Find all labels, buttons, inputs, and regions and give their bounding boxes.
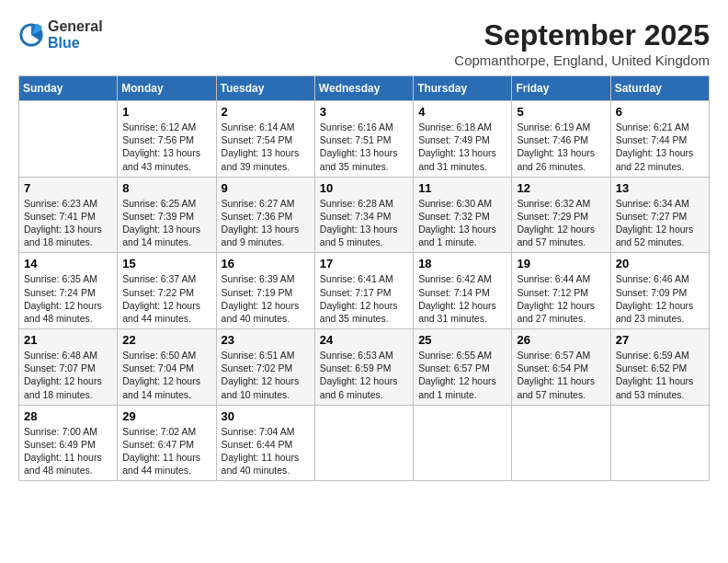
- month-title: September 2025: [454, 18, 710, 52]
- calendar-cell: 25Sunrise: 6:55 AMSunset: 6:57 PMDayligh…: [414, 329, 512, 406]
- day-number: 11: [418, 181, 506, 195]
- calendar-table: SundayMondayTuesdayWednesdayThursdayFrid…: [18, 75, 710, 481]
- calendar-cell: [414, 405, 512, 481]
- day-number: 10: [320, 181, 408, 195]
- calendar-cell: [19, 101, 118, 178]
- day-number: 19: [517, 257, 605, 270]
- day-number: 26: [517, 333, 605, 347]
- calendar-cell: 18Sunrise: 6:42 AMSunset: 7:14 PMDayligh…: [414, 253, 512, 329]
- header-row: SundayMondayTuesdayWednesdayThursdayFrid…: [19, 76, 710, 101]
- col-header-friday: Friday: [512, 76, 610, 101]
- cell-content: Sunrise: 6:46 AMSunset: 7:09 PMDaylight:…: [616, 272, 704, 325]
- col-header-wednesday: Wednesday: [314, 76, 413, 101]
- day-number: 6: [616, 105, 704, 119]
- day-number: 3: [320, 105, 408, 119]
- day-number: 18: [418, 257, 506, 270]
- day-number: 30: [222, 409, 310, 423]
- day-number: 29: [122, 409, 210, 423]
- day-number: 7: [24, 181, 112, 195]
- cell-content: Sunrise: 6:55 AMSunset: 6:57 PMDaylight:…: [418, 349, 506, 401]
- calendar-cell: 21Sunrise: 6:48 AMSunset: 7:07 PMDayligh…: [19, 329, 118, 406]
- week-row-5: 28Sunrise: 7:00 AMSunset: 6:49 PMDayligh…: [19, 405, 710, 481]
- cell-content: Sunrise: 6:51 AMSunset: 7:02 PMDaylight:…: [222, 349, 310, 401]
- col-header-saturday: Saturday: [610, 76, 709, 101]
- day-number: 14: [24, 257, 112, 270]
- calendar-cell: 23Sunrise: 6:51 AMSunset: 7:02 PMDayligh…: [216, 329, 314, 406]
- day-number: 15: [122, 257, 210, 270]
- day-number: 28: [24, 409, 112, 423]
- calendar-cell: 20Sunrise: 6:46 AMSunset: 7:09 PMDayligh…: [610, 253, 709, 329]
- week-row-1: 1Sunrise: 6:12 AMSunset: 7:56 PMDaylight…: [19, 101, 710, 178]
- cell-content: Sunrise: 6:44 AMSunset: 7:12 PMDaylight:…: [517, 272, 605, 325]
- calendar-cell: 27Sunrise: 6:59 AMSunset: 6:52 PMDayligh…: [610, 329, 709, 406]
- day-number: 16: [222, 257, 310, 270]
- calendar-cell: 5Sunrise: 6:19 AMSunset: 7:46 PMDaylight…: [512, 101, 610, 178]
- logo-blue: Blue: [48, 35, 103, 52]
- day-number: 13: [616, 181, 704, 195]
- title-area: September 2025 Copmanthorpe, England, Un…: [454, 18, 710, 68]
- calendar-cell: [512, 405, 610, 481]
- day-number: 2: [222, 105, 310, 119]
- logo-text: General Blue: [48, 18, 103, 52]
- logo-icon: [18, 22, 44, 48]
- location: Copmanthorpe, England, United Kingdom: [454, 52, 710, 68]
- logo: General Blue: [18, 18, 103, 52]
- day-number: 21: [24, 333, 112, 347]
- calendar-cell: 6Sunrise: 6:21 AMSunset: 7:44 PMDaylight…: [610, 101, 709, 178]
- calendar-cell: [610, 405, 709, 481]
- calendar-cell: 13Sunrise: 6:34 AMSunset: 7:27 PMDayligh…: [610, 177, 709, 253]
- week-row-2: 7Sunrise: 6:23 AMSunset: 7:41 PMDaylight…: [19, 177, 710, 253]
- calendar-cell: 24Sunrise: 6:53 AMSunset: 6:59 PMDayligh…: [314, 329, 413, 406]
- calendar-cell: 2Sunrise: 6:14 AMSunset: 7:54 PMDaylight…: [216, 101, 314, 178]
- week-row-3: 14Sunrise: 6:35 AMSunset: 7:24 PMDayligh…: [19, 253, 710, 329]
- calendar-cell: 15Sunrise: 6:37 AMSunset: 7:22 PMDayligh…: [118, 253, 216, 329]
- col-header-tuesday: Tuesday: [216, 76, 314, 101]
- day-number: 4: [418, 105, 506, 119]
- day-number: 1: [122, 105, 210, 119]
- day-number: 27: [616, 333, 704, 347]
- col-header-sunday: Sunday: [19, 76, 118, 101]
- calendar-cell: 10Sunrise: 6:28 AMSunset: 7:34 PMDayligh…: [314, 177, 413, 253]
- cell-content: Sunrise: 6:41 AMSunset: 7:17 PMDaylight:…: [320, 272, 408, 325]
- cell-content: Sunrise: 6:16 AMSunset: 7:51 PMDaylight:…: [320, 121, 408, 173]
- cell-content: Sunrise: 6:57 AMSunset: 6:54 PMDaylight:…: [517, 349, 605, 401]
- calendar-cell: 26Sunrise: 6:57 AMSunset: 6:54 PMDayligh…: [512, 329, 610, 406]
- cell-content: Sunrise: 6:42 AMSunset: 7:14 PMDaylight:…: [418, 272, 506, 325]
- day-number: 17: [320, 257, 408, 270]
- calendar-cell: 19Sunrise: 6:44 AMSunset: 7:12 PMDayligh…: [512, 253, 610, 329]
- cell-content: Sunrise: 6:19 AMSunset: 7:46 PMDaylight:…: [517, 121, 605, 173]
- calendar-cell: 28Sunrise: 7:00 AMSunset: 6:49 PMDayligh…: [19, 405, 118, 481]
- col-header-monday: Monday: [118, 76, 216, 101]
- calendar-cell: 17Sunrise: 6:41 AMSunset: 7:17 PMDayligh…: [314, 253, 413, 329]
- calendar-cell: 30Sunrise: 7:04 AMSunset: 6:44 PMDayligh…: [216, 405, 314, 481]
- day-number: 9: [222, 181, 310, 195]
- page-header: General Blue September 2025 Copmanthorpe…: [18, 18, 710, 68]
- cell-content: Sunrise: 6:30 AMSunset: 7:32 PMDaylight:…: [418, 197, 506, 249]
- cell-content: Sunrise: 7:00 AMSunset: 6:49 PMDaylight:…: [24, 425, 112, 477]
- cell-content: Sunrise: 6:28 AMSunset: 7:34 PMDaylight:…: [320, 197, 408, 249]
- day-number: 8: [122, 181, 210, 195]
- cell-content: Sunrise: 6:32 AMSunset: 7:29 PMDaylight:…: [517, 197, 605, 249]
- calendar-cell: 12Sunrise: 6:32 AMSunset: 7:29 PMDayligh…: [512, 177, 610, 253]
- cell-content: Sunrise: 6:27 AMSunset: 7:36 PMDaylight:…: [222, 197, 310, 249]
- cell-content: Sunrise: 6:59 AMSunset: 6:52 PMDaylight:…: [616, 349, 704, 401]
- cell-content: Sunrise: 6:25 AMSunset: 7:39 PMDaylight:…: [122, 197, 210, 249]
- calendar-cell: 29Sunrise: 7:02 AMSunset: 6:47 PMDayligh…: [118, 405, 216, 481]
- calendar-cell: 9Sunrise: 6:27 AMSunset: 7:36 PMDaylight…: [216, 177, 314, 253]
- cell-content: Sunrise: 6:21 AMSunset: 7:44 PMDaylight:…: [616, 121, 704, 173]
- cell-content: Sunrise: 6:18 AMSunset: 7:49 PMDaylight:…: [418, 121, 506, 173]
- cell-content: Sunrise: 6:12 AMSunset: 7:56 PMDaylight:…: [122, 121, 210, 173]
- cell-content: Sunrise: 6:53 AMSunset: 6:59 PMDaylight:…: [320, 349, 408, 401]
- day-number: 12: [517, 181, 605, 195]
- cell-content: Sunrise: 6:34 AMSunset: 7:27 PMDaylight:…: [616, 197, 704, 249]
- cell-content: Sunrise: 6:48 AMSunset: 7:07 PMDaylight:…: [24, 349, 112, 401]
- cell-content: Sunrise: 6:50 AMSunset: 7:04 PMDaylight:…: [122, 349, 210, 401]
- col-header-thursday: Thursday: [414, 76, 512, 101]
- day-number: 5: [517, 105, 605, 119]
- cell-content: Sunrise: 6:37 AMSunset: 7:22 PMDaylight:…: [122, 272, 210, 325]
- calendar-cell: 4Sunrise: 6:18 AMSunset: 7:49 PMDaylight…: [414, 101, 512, 178]
- cell-content: Sunrise: 6:39 AMSunset: 7:19 PMDaylight:…: [222, 272, 310, 325]
- cell-content: Sunrise: 6:35 AMSunset: 7:24 PMDaylight:…: [24, 272, 112, 325]
- week-row-4: 21Sunrise: 6:48 AMSunset: 7:07 PMDayligh…: [19, 329, 710, 406]
- day-number: 20: [616, 257, 704, 270]
